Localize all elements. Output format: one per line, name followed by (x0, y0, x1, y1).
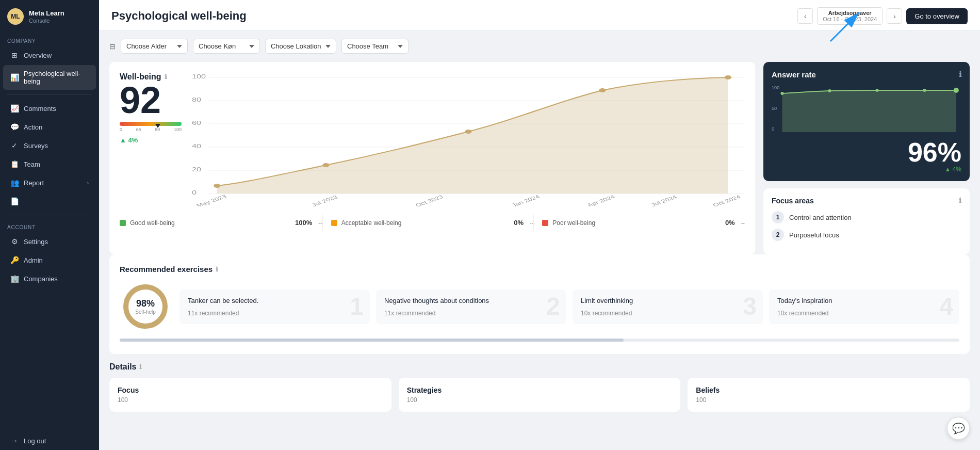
svg-point-16 (725, 75, 731, 79)
exercise-name-3: Limit overthinking (581, 297, 755, 304)
wellbeing-section: Well-being ℹ 92 0 65 80 (120, 72, 745, 208)
sidebar-item-surveys[interactable]: 📋 Team (3, 155, 96, 173)
info-icon: ℹ (165, 73, 167, 81)
svg-point-14 (465, 130, 472, 134)
admin-icon: 🔑 (10, 256, 19, 264)
sidebar-item-label: Log out (24, 437, 46, 445)
exercise-2: Negative thoughts about conditions 11x r… (376, 290, 566, 324)
page-title: Psychological well-being (111, 9, 247, 23)
report-icon: 📄 (10, 197, 19, 205)
chart-icon: 📊 (10, 73, 19, 82)
answer-rate-svg: 100 50 0 (772, 83, 961, 135)
svg-text:Oct 2024: Oct 2024 (711, 194, 742, 206)
sidebar-item-comments[interactable]: 💬 Action (3, 118, 96, 136)
comments-icon: 💬 (10, 123, 19, 131)
exercise-name-4: Today's inspiration (777, 297, 951, 304)
exercise-rank-2: 2 (546, 294, 560, 319)
recommended-info-icon[interactable]: ℹ (216, 266, 218, 273)
exercise-count-2: 11x recommended (384, 309, 558, 317)
sidebar-logo: ML Meta Learn Console (0, 0, 99, 33)
svg-point-29 (875, 89, 878, 92)
expand-icon: › (87, 180, 89, 186)
focus-areas-title: Focus areas ℹ (772, 197, 961, 205)
details-title: Details ℹ (109, 362, 970, 372)
detail-beliefs: Beliefs 100 (688, 378, 970, 412)
sidebar-item-settings[interactable]: ⚙ Settings (3, 233, 96, 250)
svg-point-13 (322, 163, 329, 167)
sidebar-item-logout[interactable]: → Log out (3, 432, 96, 449)
go-to-overview-button[interactable]: Go to overview (906, 8, 968, 24)
content-grid: Well-being ℹ 92 0 65 80 (109, 62, 970, 254)
status-acceptable: Acceptable well-being 0% -- (322, 215, 534, 231)
sidebar-item-companies[interactable]: 🏢 Companies (3, 270, 96, 287)
main-body: ⊟ Choose Alder Choose Køn Choose Lokatio… (99, 30, 980, 420)
filter-team[interactable]: Choose Team (341, 39, 409, 54)
sidebar-item-label: Surveys (24, 142, 48, 150)
exercise-name-1: Tanker can be selected. (188, 297, 362, 304)
app-name: Meta Learn (29, 9, 64, 18)
focus-item-1: 1 Control and attention (772, 211, 961, 223)
svg-text:80: 80 (192, 97, 201, 103)
filter-kon[interactable]: Choose Køn (193, 39, 260, 54)
answer-rate-info-icon[interactable]: ℹ (959, 70, 961, 79)
nav-prev-button[interactable]: ‹ (797, 8, 813, 24)
wellbeing-chart: 100 80 60 40 20 0 (192, 72, 745, 208)
wellbeing-svg: 100 80 60 40 20 0 (192, 72, 745, 206)
details-section: Details ℹ Focus 100 Strategies 100 (109, 362, 970, 412)
exercises-list: Tanker can be selected. 11x recommended … (179, 290, 959, 324)
focus-item-2: 2 Purposeful focus (772, 229, 961, 241)
sidebar-item-label: Team (24, 160, 40, 168)
svg-point-30 (923, 89, 926, 92)
sidebar-item-admin[interactable]: 🔑 Admin (3, 251, 96, 269)
poor-pct: 0% (725, 219, 735, 227)
recommended-card: Recommended exercises ℹ 98% Self-help (109, 254, 970, 354)
detail-beliefs-title: Beliefs (696, 386, 961, 394)
filter-alder[interactable]: Choose Alder (121, 39, 188, 54)
donut-sub: Self-help (135, 309, 155, 315)
good-label: Good well-being (130, 219, 175, 227)
exercise-count-3: 10x recommended (581, 309, 755, 317)
poor-dot (542, 220, 548, 226)
svg-point-15 (599, 88, 606, 92)
filters-row: ⊟ Choose Alder Choose Køn Choose Lokatio… (109, 39, 970, 54)
exercise-count-1: 11x recommended (188, 309, 362, 317)
scrollbar-thumb (120, 339, 624, 342)
focus-label-2: Purposeful focus (789, 231, 839, 239)
svg-text:Jul 2024: Jul 2024 (649, 194, 679, 206)
detail-focus-title: Focus (118, 386, 383, 394)
wellbeing-card: Well-being ℹ 92 0 65 80 (109, 62, 755, 254)
wellbeing-change: ▲ 4% (120, 136, 182, 144)
svg-text:50: 50 (772, 106, 777, 111)
acceptable-pct: 0% (514, 219, 524, 227)
exercise-1: Tanker can be selected. 11x recommended … (179, 290, 370, 324)
sidebar: ML Meta Learn Console COMPANY ⊞ Overview… (0, 0, 99, 450)
status-poor: Poor well-being 0% -- (533, 215, 745, 231)
sidebar-item-action[interactable]: ✓ Surveys (3, 137, 96, 154)
svg-text:100: 100 (772, 85, 779, 90)
answer-rate-card: Answer rate ℹ 100 50 0 (763, 62, 970, 181)
sidebar-item-team[interactable]: 👥 Report › (3, 174, 96, 191)
status-row: Good well-being 100% -- Acceptable well-… (120, 215, 745, 231)
exercise-3: Limit overthinking 10x recommended 3 (573, 290, 763, 324)
logo-avatar: ML (7, 8, 24, 25)
sidebar-item-analyze[interactable]: 📈 Comments (3, 100, 96, 117)
sidebar-item-label: Companies (24, 275, 58, 283)
sidebar-item-overview[interactable]: ⊞ Overview (3, 46, 96, 64)
exercise-4: Today's inspiration 10x recommended 4 (769, 290, 959, 324)
sidebar-item-report[interactable]: 📄 (3, 192, 96, 210)
main-content: Psychological well-being ‹ Arbejdsopgave… (99, 0, 980, 450)
details-info-icon[interactable]: ℹ (139, 363, 142, 371)
svg-text:Oct 2023: Oct 2023 (414, 194, 445, 206)
detail-beliefs-num: 100 (696, 396, 961, 404)
scrollbar-track[interactable] (120, 339, 959, 342)
svg-text:May 2023: May 2023 (195, 194, 228, 206)
focus-info-icon[interactable]: ℹ (959, 197, 961, 205)
sidebar-item-psych[interactable]: 📊 Psychological well-being (3, 65, 96, 90)
chat-button[interactable]: 💬 (947, 417, 970, 440)
filter-lokation[interactable]: Choose Lokation (265, 39, 336, 54)
team-icon: 👥 (10, 179, 19, 187)
detail-strategies-num: 100 (407, 396, 673, 404)
good-change: -- (318, 220, 322, 226)
poor-change: -- (741, 220, 745, 226)
nav-next-button[interactable]: › (887, 8, 902, 24)
